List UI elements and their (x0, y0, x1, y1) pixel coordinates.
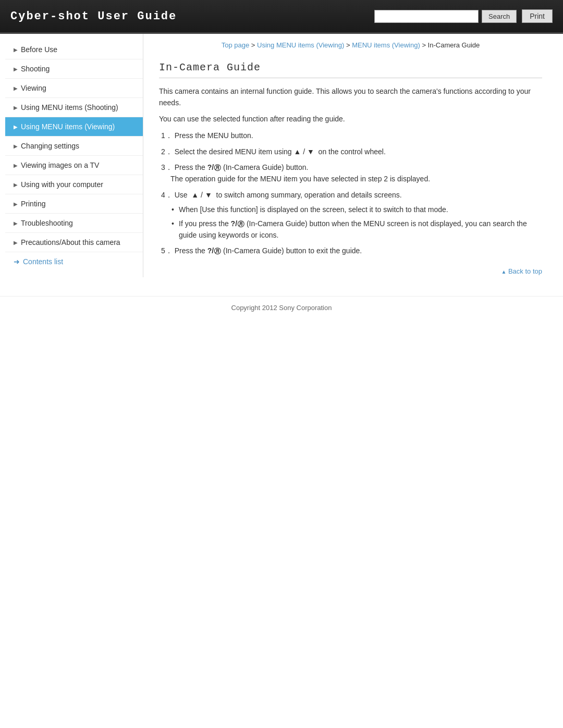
triangle-up-icon: ▲ (501, 269, 506, 275)
sidebar-item-before-use[interactable]: ▶ Before Use (5, 40, 143, 59)
main-container: ▶ Before Use ▶ Shooting ▶ Viewing ▶ Usin… (5, 34, 558, 296)
page-footer: Copyright 2012 Sony Corporation (0, 296, 563, 319)
back-to-top-label: Back to top (508, 267, 542, 275)
step-text: Select the desired MENU item using ▲ / ▼… (175, 147, 386, 156)
step-number: 1． (161, 131, 173, 140)
step-text: Use ▲ / ▼ to switch among summary, opera… (175, 191, 402, 199)
sidebar-item-label: Shooting (21, 65, 50, 73)
breadcrumb-menu-items-viewing[interactable]: MENU items (Viewing) (352, 41, 420, 49)
bullet-item: If you press the ?/㊊ (In-Camera Guide) b… (172, 218, 542, 241)
breadcrumb-separator: > (251, 41, 257, 49)
sidebar-item-label: Using MENU items (Shooting) (21, 103, 118, 112)
intro-paragraph-1: This camera contains an internal functio… (159, 85, 542, 109)
search-input[interactable] (374, 10, 479, 23)
sidebar-item-menu-viewing[interactable]: ▶ Using MENU items (Viewing) (5, 117, 143, 137)
step-sub-text: The operation guide for the MENU item yo… (170, 175, 430, 183)
sidebar-item-precautions[interactable]: ▶ Precautions/About this camera (5, 233, 143, 252)
step-text: Press the ?/㊊ (In-Camera Guide) button. (175, 163, 309, 171)
arrow-icon: ▶ (14, 124, 18, 130)
sidebar-item-label: Printing (21, 200, 45, 208)
sidebar-item-label: Precautions/About this camera (21, 238, 120, 246)
breadcrumb-using-menu-viewing[interactable]: Using MENU items (Viewing) (257, 41, 344, 49)
step-text: Press the ?/㊊ (In-Camera Guide) button t… (175, 246, 362, 255)
arrow-icon: ▶ (14, 66, 18, 72)
back-to-top[interactable]: ▲ Back to top (159, 262, 542, 280)
sidebar-item-changing-settings[interactable]: ▶ Changing settings (5, 137, 143, 156)
sidebar-item-shooting[interactable]: ▶ Shooting (5, 59, 143, 79)
sidebar-item-label: Troubleshooting (21, 219, 73, 227)
step-4-bullets: When [Use this function] is displayed on… (172, 204, 542, 241)
sidebar-item-menu-shooting[interactable]: ▶ Using MENU items (Shooting) (5, 98, 143, 117)
intro-paragraph-2: You can use the selected function after … (159, 113, 542, 125)
arrow-icon: ▶ (14, 85, 18, 91)
sidebar-item-using-computer[interactable]: ▶ Using with your computer (5, 175, 143, 194)
step-4: 4． Use ▲ / ▼ to switch among summary, op… (159, 189, 542, 241)
page-title: In-Camera Guide (159, 61, 542, 78)
step-number: 5． (161, 246, 173, 255)
step-number: 4． (161, 191, 173, 199)
arrow-icon: ▶ (14, 201, 18, 207)
step-number: 2． (161, 147, 173, 156)
steps-list: 1． Press the MENU button. 2． Select the … (159, 130, 542, 257)
sidebar-item-label: Changing settings (21, 142, 79, 150)
contents-list-label: Contents list (23, 257, 63, 266)
sidebar-item-viewing-tv[interactable]: ▶ Viewing images on a TV (5, 156, 143, 175)
sidebar-item-troubleshooting[interactable]: ▶ Troubleshooting (5, 214, 143, 233)
print-button[interactable]: Print (522, 9, 553, 23)
breadcrumb-separator: > (346, 41, 352, 49)
sidebar-item-label: Using with your computer (21, 180, 103, 189)
breadcrumb-current: In-Camera Guide (428, 41, 480, 49)
step-2: 2． Select the desired MENU item using ▲ … (159, 146, 542, 157)
sidebar-item-label: Viewing images on a TV (21, 161, 99, 169)
sidebar-item-viewing[interactable]: ▶ Viewing (5, 79, 143, 98)
sidebar-item-label: Before Use (21, 45, 57, 54)
search-area: Search Print (374, 9, 553, 23)
arrow-icon: ▶ (14, 182, 18, 188)
site-title: Cyber-shot User Guide (10, 10, 177, 23)
copyright-text: Copyright 2012 Sony Corporation (231, 304, 332, 312)
step-5: 5． Press the ?/㊊ (In-Camera Guide) butto… (159, 245, 542, 256)
sidebar-item-printing[interactable]: ▶ Printing (5, 194, 143, 214)
arrow-icon: ▶ (14, 240, 18, 245)
arrow-icon: ▶ (14, 163, 18, 168)
arrow-icon: ▶ (14, 143, 18, 149)
arrow-icon: ▶ (14, 47, 18, 53)
arrow-icon: ▶ (14, 105, 18, 110)
sidebar: ▶ Before Use ▶ Shooting ▶ Viewing ▶ Usin… (5, 34, 143, 277)
breadcrumb-top-page[interactable]: Top page (222, 41, 250, 49)
arrow-icon: ▶ (14, 220, 18, 226)
bullet-item: When [Use this function] is displayed on… (172, 204, 542, 215)
breadcrumb: Top page > Using MENU items (Viewing) > … (143, 34, 558, 56)
step-1: 1． Press the MENU button. (159, 130, 542, 141)
sidebar-item-label: Viewing (21, 84, 46, 92)
contents-list-link[interactable]: ➜ Contents list (5, 252, 143, 271)
content-wrapper: Top page > Using MENU items (Viewing) > … (143, 34, 558, 296)
breadcrumb-separator: > (422, 41, 427, 49)
main-content: In-Camera Guide This camera contains an … (143, 56, 558, 296)
back-to-top-link[interactable]: ▲ Back to top (501, 267, 542, 275)
search-button[interactable]: Search (482, 10, 517, 23)
step-text: Press the MENU button. (175, 131, 253, 140)
page-header: Cyber-shot User Guide Search Print (0, 0, 563, 34)
arrow-right-icon: ➜ (14, 257, 20, 266)
step-number: 3． (161, 163, 173, 171)
step-3: 3． Press the ?/㊊ (In-Camera Guide) butto… (159, 162, 542, 185)
sidebar-item-label: Using MENU items (Viewing) (21, 122, 115, 131)
